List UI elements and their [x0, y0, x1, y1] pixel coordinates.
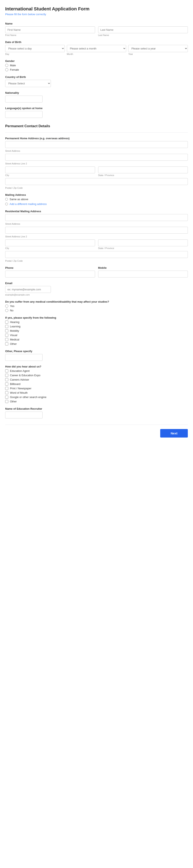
- res-postal-input[interactable]: [5, 251, 188, 258]
- condition-learning-checkbox[interactable]: [5, 325, 8, 328]
- recruiter-input[interactable]: [5, 411, 43, 418]
- heard-billboard-checkbox[interactable]: [5, 382, 8, 385]
- languages-section: Language(s) spoken at home: [5, 106, 188, 118]
- heard-other[interactable]: Other: [5, 400, 188, 403]
- gender-female-option[interactable]: Female: [5, 68, 188, 71]
- dob-label: Date of Birth: [5, 40, 188, 44]
- permanent-contact-title: Permanent Contact Details: [5, 124, 188, 129]
- condition-other-checkbox[interactable]: [5, 342, 8, 345]
- mailing-same-option[interactable]: Same as above: [5, 198, 188, 201]
- languages-input[interactable]: [5, 111, 43, 118]
- other-specify-label: Other, Please specify: [5, 350, 188, 353]
- res-street-address2-input[interactable]: [5, 227, 188, 234]
- condition-other[interactable]: Other: [5, 342, 188, 345]
- heard-career-expo[interactable]: Career & Education Expo: [5, 374, 188, 377]
- heard-career-expo-checkbox[interactable]: [5, 374, 8, 377]
- languages-label: Language(s) spoken at home: [5, 106, 188, 110]
- email-input[interactable]: [5, 286, 51, 293]
- next-button[interactable]: Next: [160, 429, 188, 437]
- nationality-input[interactable]: [5, 96, 43, 102]
- heard-education-agent-checkbox[interactable]: [5, 369, 8, 372]
- heard-billboard[interactable]: Billboard: [5, 382, 188, 385]
- heard-careers-adviser[interactable]: Careers Adviser: [5, 378, 188, 381]
- street-address2-sublabel: Street Address Line 2: [5, 162, 188, 165]
- heard-google[interactable]: Google or other search engine: [5, 396, 188, 399]
- medical-no-label: No: [10, 309, 13, 312]
- mailing-address-label: Mailing Address: [5, 193, 188, 196]
- heard-print-newspaper-label: Print / Newspaper: [10, 387, 31, 390]
- dob-month-label: Month: [67, 53, 126, 55]
- street-address-input[interactable]: [5, 141, 188, 148]
- mailing-add-option[interactable]: Add a different mailing address: [5, 203, 188, 206]
- medical-no-option[interactable]: No: [5, 309, 188, 312]
- phone-input[interactable]: [5, 271, 95, 278]
- heard-careers-adviser-checkbox[interactable]: [5, 378, 8, 381]
- dob-section: Date of Birth Please select a day for(le…: [5, 40, 188, 55]
- home-address-section: Permanent Home Address (e.g. overseas ad…: [5, 137, 188, 189]
- how-heard-label: How did you hear about us?: [5, 365, 188, 368]
- condition-mobility-label: Mobility: [10, 329, 19, 332]
- other-specify-input[interactable]: [5, 354, 43, 361]
- medical-yes-option[interactable]: Yes: [5, 305, 188, 308]
- state-input[interactable]: [98, 166, 188, 173]
- mobile-input[interactable]: [98, 271, 188, 278]
- res-street-address-input[interactable]: [5, 214, 188, 221]
- dob-year-select[interactable]: Please select a year for(let y=new Date(…: [128, 45, 188, 52]
- gender-male-label: Male: [10, 64, 16, 67]
- first-name-input[interactable]: [5, 26, 95, 33]
- condition-medical[interactable]: Medical: [5, 338, 188, 341]
- mailing-radio-group: Same as above Add a different mailing ad…: [5, 198, 188, 206]
- medical-no-radio[interactable]: [5, 309, 8, 312]
- condition-medical-checkbox[interactable]: [5, 338, 8, 341]
- gender-female-radio[interactable]: [5, 68, 8, 71]
- email-label: Email: [5, 282, 188, 285]
- heard-print-newspaper[interactable]: Print / Newspaper: [5, 387, 188, 390]
- country-birth-select[interactable]: Please Select Australia China India Unit…: [5, 80, 51, 87]
- phone-mobile-section: Phone Mobile: [5, 266, 188, 278]
- condition-mobility-checkbox[interactable]: [5, 329, 8, 332]
- residential-address-section: Residential Mailing Address Street Addre…: [5, 210, 188, 262]
- gender-male-option[interactable]: Male: [5, 64, 188, 67]
- gender-male-radio[interactable]: [5, 64, 8, 67]
- city-input[interactable]: [5, 166, 95, 173]
- postal-input[interactable]: [5, 178, 188, 185]
- country-birth-section: Country of Birth Please Select Australia…: [5, 75, 188, 87]
- res-state-input[interactable]: [98, 240, 188, 246]
- mailing-same-radio[interactable]: [5, 198, 8, 200]
- res-city-input[interactable]: [5, 240, 95, 246]
- mailing-same-label: Same as above: [9, 198, 28, 201]
- dob-month-select[interactable]: Please select a month January February M…: [67, 45, 126, 52]
- postal-sublabel: Postal / Zip Code: [5, 187, 188, 189]
- medical-yes-radio[interactable]: [5, 305, 8, 308]
- condition-visual-label: Visual: [10, 334, 17, 337]
- condition-hearing[interactable]: Hearing: [5, 320, 188, 323]
- condition-learning-label: Learning: [10, 325, 21, 328]
- street-address2-input[interactable]: [5, 154, 188, 161]
- condition-learning[interactable]: Learning: [5, 325, 188, 328]
- res-postal-sublabel: Postal / Zip Code: [5, 259, 188, 262]
- last-name-input[interactable]: [98, 26, 188, 33]
- condition-visual[interactable]: Visual: [5, 334, 188, 337]
- heard-google-checkbox[interactable]: [5, 396, 8, 399]
- heard-education-agent[interactable]: Education Agent: [5, 369, 188, 372]
- mailing-add-label: Add a different mailing address: [9, 203, 47, 206]
- dob-day-label: Day: [5, 53, 65, 55]
- conditions-section: If yes, please specify from the followin…: [5, 316, 188, 345]
- condition-visual-checkbox[interactable]: [5, 334, 8, 337]
- heard-word-of-mouth[interactable]: Word of Mouth: [5, 391, 188, 394]
- heard-billboard-label: Billboard: [10, 382, 21, 385]
- how-heard-checkbox-group: Education Agent Career & Education Expo …: [5, 369, 188, 403]
- heard-word-of-mouth-checkbox[interactable]: [5, 391, 8, 394]
- heard-other-checkbox[interactable]: [5, 400, 8, 403]
- condition-hearing-label: Hearing: [10, 320, 20, 323]
- condition-hearing-checkbox[interactable]: [5, 320, 8, 323]
- dob-day-select[interactable]: Please select a day for(let i=1;i<=31;i+…: [5, 45, 65, 52]
- nationality-section: Nationality: [5, 91, 188, 102]
- heard-print-newspaper-checkbox[interactable]: [5, 387, 8, 390]
- recruiter-label: Name of Education Recruiter: [5, 407, 188, 410]
- heard-education-agent-label: Education Agent: [10, 369, 30, 372]
- mailing-different-radio[interactable]: [5, 203, 8, 205]
- first-name-label: First Name: [5, 34, 95, 36]
- heard-word-of-mouth-label: Word of Mouth: [10, 391, 28, 394]
- condition-mobility[interactable]: Mobility: [5, 329, 188, 332]
